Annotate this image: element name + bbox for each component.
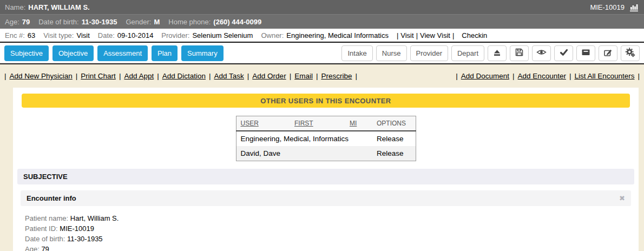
quick-links-row: | Add New Physician | Print Chart | Add … bbox=[0, 64, 644, 88]
provider-button[interactable]: Provider bbox=[410, 45, 448, 61]
user-name-cell: Engineering, Medical, Informatics bbox=[236, 131, 372, 146]
add-task-link[interactable]: Add Task bbox=[214, 72, 244, 80]
view-visit-link[interactable]: View Visit bbox=[420, 31, 450, 39]
enc-number-value: 63 bbox=[28, 31, 35, 39]
dob-field-label: Date of birth: bbox=[25, 235, 65, 243]
chart-stats-icon[interactable] bbox=[629, 3, 639, 12]
separator: | bbox=[512, 72, 515, 80]
save-button[interactable] bbox=[510, 45, 529, 61]
eject-icon bbox=[492, 48, 502, 58]
field-row: Age: 79 bbox=[25, 244, 639, 251]
separator: | bbox=[76, 72, 78, 80]
settings-button[interactable] bbox=[621, 45, 640, 61]
provider-label: Provider: bbox=[161, 31, 189, 39]
patient-name-label: Name: bbox=[5, 3, 25, 11]
toolbar: Subjective Objective Assessment Plan Sum… bbox=[0, 43, 644, 64]
separator: | bbox=[569, 72, 571, 80]
content-area: OTHER USERS IN THIS ENCOUNTER USER FIRST… bbox=[0, 88, 644, 251]
gears-icon bbox=[625, 48, 635, 59]
nurse-button[interactable]: Nurse bbox=[376, 45, 407, 61]
encounter-header-bar: Enc #: 63 Visit type: Visit Date: 09-10-… bbox=[0, 29, 644, 43]
gender-label: Gender: bbox=[126, 18, 151, 26]
close-icon[interactable]: ✖ bbox=[619, 194, 625, 202]
field-row: Patient ID: MIE-10019 bbox=[25, 223, 639, 234]
eye-icon bbox=[536, 48, 547, 58]
eject-button[interactable] bbox=[488, 45, 507, 61]
phone-value: (260) 444-0099 bbox=[213, 18, 261, 26]
owner-value: Engineering, Medical Informatics bbox=[286, 31, 389, 39]
print-chart-link[interactable]: Print Chart bbox=[81, 72, 116, 80]
archive-button[interactable] bbox=[576, 45, 595, 61]
separator: | bbox=[638, 72, 640, 80]
archive-icon bbox=[581, 48, 590, 58]
table-row: Engineering, Medical, Informatics Releas… bbox=[236, 131, 416, 146]
col-mi[interactable]: MI bbox=[350, 120, 357, 127]
add-encounter-link[interactable]: Add Encounter bbox=[518, 72, 566, 80]
add-appt-link[interactable]: Add Appt bbox=[124, 72, 154, 80]
release-link[interactable]: Release bbox=[372, 146, 416, 161]
patient-id-field-value: MIE-10019 bbox=[60, 224, 94, 233]
visit-link[interactable]: Visit bbox=[400, 31, 413, 39]
phone-label: Home phone: bbox=[168, 18, 211, 26]
age-field-value: 79 bbox=[41, 245, 49, 251]
separator: | bbox=[209, 72, 211, 80]
user-name-cell: David, Dave bbox=[236, 146, 372, 161]
visit-type-value: Visit bbox=[76, 31, 89, 39]
patient-name-field-value: Hart, William S. bbox=[70, 214, 119, 222]
tab-objective[interactable]: Objective bbox=[52, 45, 94, 61]
separator: | bbox=[157, 72, 159, 80]
gender-value: M bbox=[154, 18, 160, 26]
dob-value: 11-30-1935 bbox=[82, 18, 117, 26]
age-label: Age: bbox=[5, 18, 19, 26]
separator: | bbox=[397, 31, 398, 39]
edit-button[interactable] bbox=[599, 45, 617, 61]
checkin-link[interactable]: Checkin bbox=[462, 31, 487, 39]
age-field-label: Age: bbox=[25, 245, 40, 251]
subjective-section-header: SUBJECTIVE bbox=[17, 169, 634, 184]
depart-button[interactable]: Depart bbox=[451, 45, 484, 61]
col-first[interactable]: FIRST bbox=[294, 120, 313, 127]
encounter-info-title: Encounter info bbox=[27, 194, 76, 202]
encounter-panel: OTHER USERS IN THIS ENCOUNTER USER FIRST… bbox=[13, 88, 639, 251]
encounter-info-fields: Patient name: Hart, William S. Patient I… bbox=[25, 213, 639, 251]
check-icon bbox=[560, 49, 568, 58]
provider-value: Selenium Selenium bbox=[192, 31, 253, 39]
tab-assessment[interactable]: Assessment bbox=[97, 45, 148, 61]
table-row: David, Dave Release bbox=[236, 146, 416, 161]
preview-button[interactable] bbox=[532, 45, 551, 61]
separator: | bbox=[247, 72, 249, 80]
encounter-info-header: Encounter info ✖ bbox=[21, 190, 631, 206]
sign-button[interactable] bbox=[554, 45, 573, 61]
release-link[interactable]: Release bbox=[372, 131, 416, 146]
separator: | bbox=[119, 72, 121, 80]
save-icon bbox=[515, 48, 524, 58]
prescribe-link[interactable]: Prescribe bbox=[321, 72, 352, 80]
tab-subjective[interactable]: Subjective bbox=[4, 45, 49, 61]
separator: | bbox=[416, 31, 418, 39]
patient-name-bar: Name: HART, WILLIAM S. MIE-10019 bbox=[0, 0, 644, 15]
age-value: 79 bbox=[22, 18, 30, 26]
owner-label: Owner: bbox=[261, 31, 284, 39]
tab-plan[interactable]: Plan bbox=[152, 45, 178, 61]
separator: | bbox=[456, 72, 458, 80]
add-new-physician-link[interactable]: Add New Physician bbox=[10, 72, 73, 80]
add-dictation-link[interactable]: Add Dictation bbox=[162, 72, 206, 80]
enc-date-label: Date: bbox=[98, 31, 115, 39]
enc-date-value: 09-10-2014 bbox=[117, 31, 154, 39]
dob-field-value: 11-30-1935 bbox=[67, 235, 103, 243]
enc-number-label: Enc #: bbox=[5, 31, 25, 39]
chart-id: MIE-10019 bbox=[590, 3, 625, 11]
col-options: OPTIONS bbox=[377, 120, 406, 127]
add-document-link[interactable]: Add Document bbox=[461, 72, 509, 80]
tab-summary[interactable]: Summary bbox=[181, 45, 224, 61]
dob-label: Date of birth: bbox=[38, 18, 78, 26]
field-row: Patient name: Hart, William S. bbox=[25, 213, 639, 223]
intake-button[interactable]: Intake bbox=[341, 45, 372, 61]
col-user[interactable]: USER bbox=[241, 120, 259, 127]
separator: | bbox=[355, 72, 357, 80]
email-link[interactable]: Email bbox=[294, 72, 313, 80]
list-all-encounters-link[interactable]: List All Encounters bbox=[574, 72, 634, 80]
separator: | bbox=[316, 72, 318, 80]
add-order-link[interactable]: Add Order bbox=[252, 72, 286, 80]
other-users-banner: OTHER USERS IN THIS ENCOUNTER bbox=[22, 94, 630, 108]
